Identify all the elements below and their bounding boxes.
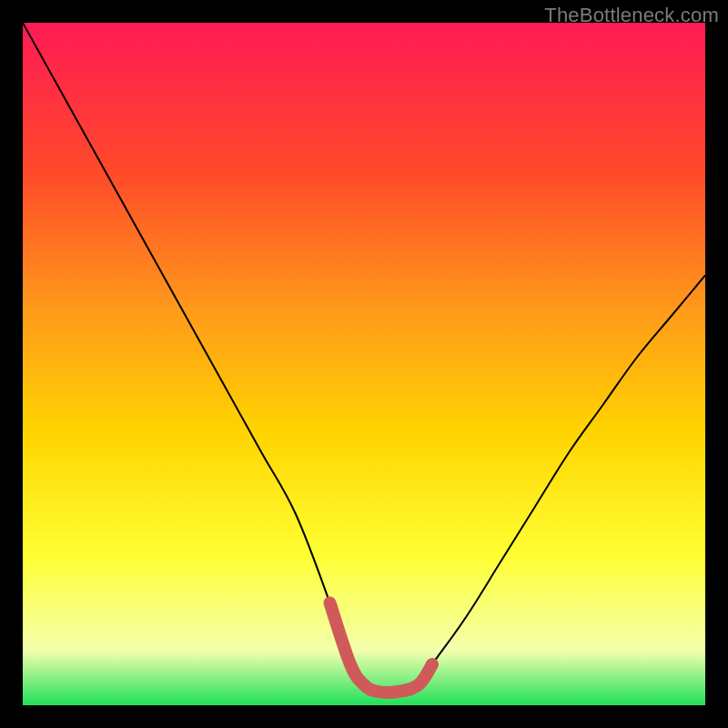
chart-stage: TheBottleneck.com — [0, 0, 728, 728]
plot-area — [23, 23, 705, 705]
chart-svg — [23, 23, 705, 705]
gradient-background — [23, 23, 705, 705]
watermark-text: TheBottleneck.com — [544, 4, 719, 27]
